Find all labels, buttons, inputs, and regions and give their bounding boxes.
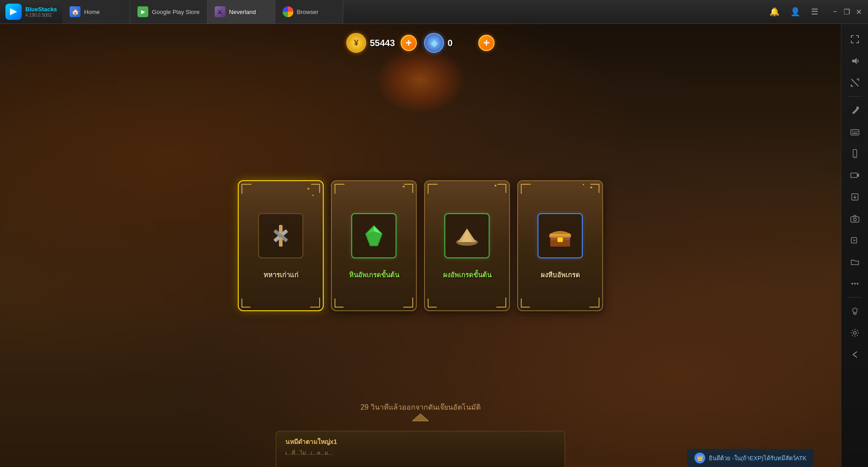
sidebar-resize-button[interactable]: [845, 73, 865, 93]
card-chest[interactable]: ผงหีบอัพเกรด: [517, 180, 603, 311]
home-tab-icon: 🏠: [70, 6, 80, 17]
gold-icon: ¥: [346, 33, 366, 53]
tab-browser-label: Browser: [297, 9, 319, 15]
tab-home[interactable]: 🏠 Home: [62, 0, 130, 23]
gold-add-button[interactable]: +: [401, 35, 417, 51]
tab-browser[interactable]: Browser: [275, 0, 343, 23]
bottom-panel-text: เ...ที่...ไม่...เ...ล...ม...: [285, 449, 556, 457]
notification-icon[interactable]: 🔔: [768, 5, 781, 19]
bluestacks-name: BlueStacks: [25, 6, 57, 13]
welcome-icon: 👑: [694, 453, 705, 463]
bluestacks-version: 4.190.0.5002: [25, 13, 57, 18]
card1-image: [258, 213, 303, 258]
sidebar-phone-button[interactable]: [845, 144, 865, 163]
sidebar-fullscreen-button[interactable]: [845, 29, 865, 49]
tab-neverland[interactable]: ⚔ Neverland: [208, 0, 275, 23]
svg-rect-20: [852, 131, 853, 132]
svg-rect-3: [279, 225, 283, 234]
card2-name: หินอัพเกรดขั้นต้น: [349, 270, 399, 280]
svg-point-35: [857, 283, 859, 285]
svg-rect-4: [279, 238, 283, 247]
svg-rect-15: [550, 234, 570, 236]
svg-marker-0: [10, 8, 17, 15]
game-area: ¥ 55443 + ◆ 0 +: [0, 24, 841, 467]
card3-image: [444, 213, 490, 258]
card-soldier[interactable]: ทหารเก่าแก่: [238, 180, 324, 311]
sidebar-camera-button[interactable]: [845, 209, 865, 229]
card-upgrade-stone[interactable]: หินอัพเกรดขั้นต้น: [331, 180, 417, 311]
welcome-bar: 👑 ยินดีต้วย -ใน(ถ้าEXP)ได้รับหมีสัตว์ATK: [687, 449, 814, 467]
close-button[interactable]: ✕: [854, 8, 863, 16]
card4-name: ผงหีบอัพเกรด: [541, 270, 580, 280]
gold-value: 55443: [370, 38, 397, 48]
sparkle-6: [583, 184, 584, 185]
sidebar-sound-button[interactable]: [845, 51, 865, 71]
svg-marker-16: [412, 414, 429, 421]
welcome-text: ยินดีต้วย -ใน(ถ้าEXP)ได้รับหมีสัตว์ATK: [709, 453, 807, 463]
sidebar-record-button[interactable]: [845, 165, 865, 185]
sidebar-import-button[interactable]: [845, 187, 865, 207]
bluestacks-icon: [5, 4, 22, 20]
taskbar: BlueStacks 4.190.0.5002 🏠 Home ▶ Google …: [0, 0, 868, 24]
bottom-panel: นหมีดำตามใหญ่x1 เ...ที่...ไม่...เ...ล...…: [276, 431, 565, 467]
gem-icon: ◆: [424, 33, 444, 53]
tab-neverland-label: Neverland: [229, 9, 256, 15]
account-icon[interactable]: 👤: [788, 5, 802, 19]
svg-rect-21: [854, 131, 855, 132]
svg-point-25: [854, 156, 855, 157]
svg-point-36: [853, 308, 857, 313]
sidebar-video-button[interactable]: [845, 230, 865, 250]
card-corner-bl-3: [428, 299, 437, 308]
card-corner-bl-1: [241, 299, 250, 308]
restore-button[interactable]: ❐: [843, 8, 851, 16]
sidebar-settings-button[interactable]: [845, 323, 865, 343]
minimize-button[interactable]: −: [831, 8, 839, 16]
bottom-panel-content: นหมีดำตามใหญ่x1 เ...ที่...ไม่...เ...ล...…: [276, 431, 565, 467]
bluestacks-brand: BlueStacks 4.190.0.5002: [25, 6, 57, 18]
sidebar-bulb-button[interactable]: [845, 301, 865, 321]
sidebar-folder-button[interactable]: [845, 252, 865, 272]
sparkle-5: [590, 187, 592, 188]
sidebar-brush-button[interactable]: [845, 100, 865, 120]
svg-rect-22: [857, 131, 858, 132]
card3-name: ผงอัพเกรดขั้นต้น: [443, 270, 491, 280]
card-corner-tr-1: [311, 184, 320, 193]
svg-point-34: [854, 283, 856, 285]
sidebar-back-button[interactable]: [845, 345, 865, 364]
sparkle-1: [307, 188, 309, 190]
sparkle-4: [495, 185, 496, 187]
card-upgrade-powder[interactable]: ผงอัพเกรดขั้นต้น: [424, 180, 510, 311]
svg-point-18: [856, 107, 859, 109]
sidebar-more-button[interactable]: [845, 274, 865, 294]
card-corner-tr-2: [404, 184, 413, 193]
sidebar-separator-1: [848, 96, 862, 97]
gold-currency: ¥ 55443 +: [346, 33, 417, 53]
tab-play-store[interactable]: ▶ Google Play Store: [130, 0, 208, 23]
gem-add-button[interactable]: +: [478, 35, 495, 51]
svg-marker-17: [852, 58, 857, 64]
svg-rect-23: [852, 133, 858, 134]
card-corner-tr-3: [497, 184, 506, 193]
bluestacks-logo: BlueStacks 4.190.0.5002: [0, 4, 62, 20]
neverland-tab-icon: ⚔: [215, 6, 226, 17]
svg-point-38: [854, 332, 856, 334]
card3-image-container: [442, 211, 492, 261]
tab-play-store-label: Google Play Store: [152, 9, 200, 15]
svg-marker-7: [366, 231, 382, 246]
bottom-panel-toggle[interactable]: [407, 411, 434, 424]
campfire-glow: [375, 46, 466, 114]
card4-image: [538, 213, 583, 258]
browser-tab-icon: [283, 6, 293, 17]
card1-name: ทหารเก่าแก่: [264, 270, 298, 280]
sparkle-2: [312, 195, 314, 196]
currency-bar: ¥ 55443 + ◆ 0 +: [346, 33, 495, 53]
tabs-container: 🏠 Home ▶ Google Play Store ⚔ Neverland B…: [62, 0, 762, 23]
svg-point-30: [854, 218, 856, 221]
menu-icon[interactable]: ☰: [809, 5, 820, 19]
card2-image: [351, 213, 396, 258]
sidebar-keyboard-button[interactable]: [845, 122, 865, 142]
tab-home-label: Home: [84, 9, 100, 15]
card-corner-tr-4: [590, 184, 599, 193]
card4-image-container: [535, 211, 585, 261]
cards-section: ทหารเก่าแก่ หินอัพเกรดขั้นต้น: [238, 180, 603, 311]
